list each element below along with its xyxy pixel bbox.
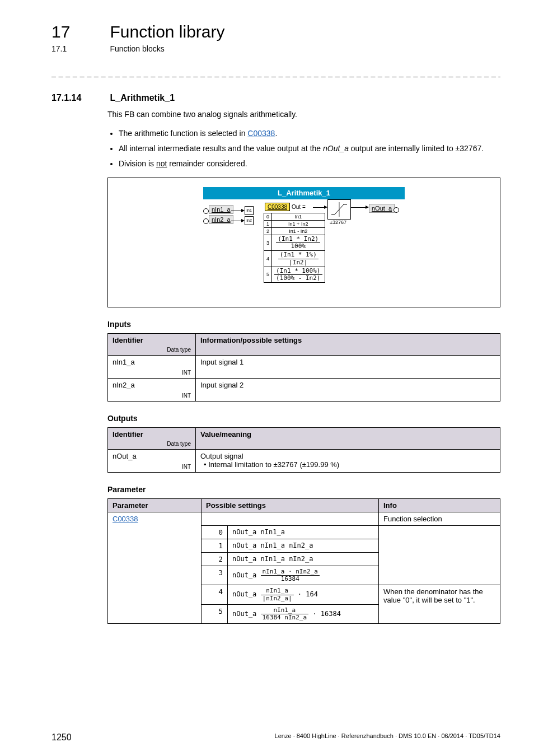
section-header: 17.1 Function blocks [51, 44, 500, 54]
table-row: nIn2_aINT Input signal 2 [108, 379, 500, 402]
bullet-2: All internal intermediate results and th… [119, 143, 500, 155]
param-formula: nOut_a nIn1_a16384 nIn2_a · 16384 [228, 604, 379, 623]
pin-label-out: nOut_a [369, 204, 395, 213]
inputs-heading: Inputs [107, 320, 500, 329]
function-options-table: 0In11In1 + In22In1 - In23(In1 * In2)100%… [264, 213, 325, 283]
section-title: Function blocks [110, 44, 164, 53]
param-opt-num: 2 [202, 553, 228, 566]
param-formula: nOut_a nIn1_a|nIn2_a| · 164 [228, 585, 379, 604]
table-row: nIn1_aINT Input signal 1 [108, 356, 500, 379]
output-info: Output signal • Internal limitation to ±… [196, 450, 500, 473]
input-type: INT [113, 393, 191, 399]
separator-line: _ _ _ _ _ _ _ _ _ _ _ _ _ _ _ _ _ _ _ _ … [51, 68, 500, 77]
inputs-table: Identifier Data type Information/possibl… [107, 333, 500, 402]
input-info: Input signal 2 [196, 379, 500, 402]
body-content: This FB can combine two analog signals a… [107, 109, 500, 624]
bullet-1: The arithmetic function is selected in C… [119, 128, 500, 139]
limiter-block [327, 199, 351, 220]
input-id: nIn1_a [113, 358, 135, 366]
param-opt-num: 0 [202, 526, 228, 539]
param-code-box[interactable]: C00338 [265, 203, 290, 211]
in2-box: In2 [245, 216, 254, 225]
link-c00338-b[interactable]: C00338 [113, 515, 138, 523]
pin-label-in1: nIn1_a [209, 205, 233, 214]
outputs-header-value: Value/meaning [196, 428, 500, 450]
param-formula: nOut_a nIn1_a · nIn2_a16384 [228, 566, 379, 585]
param-opt-num: 1 [202, 539, 228, 553]
subsection-title: L_Arithmetik_1 [110, 93, 175, 103]
wire-to-limiter [313, 207, 325, 208]
output-type: INT [113, 464, 191, 470]
input-info: Input signal 1 [196, 356, 500, 379]
intro-bullets: The arithmetic function is selected in C… [107, 128, 500, 170]
table-row: nOut_aINT Output signal • Internal limit… [108, 450, 500, 473]
link-c00338-a[interactable]: C00338 [247, 129, 275, 138]
pin-ring-in1 [203, 208, 209, 214]
underline-not: not [156, 159, 167, 168]
pin-ring-out [394, 207, 399, 213]
outputs-heading: Outputs [107, 414, 500, 423]
outputs-table: Identifier Data type Value/meaning nOut_… [107, 427, 500, 473]
italic-nout: nOut_a [323, 144, 349, 153]
pin-ring-in2 [203, 218, 209, 224]
out-equals: Out = [292, 204, 306, 210]
section-number: 17.1 [51, 44, 107, 53]
inputs-header-identifier: Identifier Data type [108, 334, 196, 356]
param-formula: nOut_a nIn1_a nIn2_a [228, 553, 379, 566]
intro-paragraph: This FB can combine two analog signals a… [107, 109, 500, 120]
subsection-number: 17.1.14 [51, 93, 107, 103]
input-type: INT [113, 370, 191, 376]
page: 17 Function library 17.1 Function blocks… [0, 0, 534, 756]
param-opt-num: 4 [202, 585, 228, 604]
chapter-header: 17 Function library [51, 22, 500, 41]
limiter-label: ±32767 [330, 220, 346, 225]
chapter-number: 17 [51, 22, 107, 41]
table-row: C00338 Function selection [108, 512, 500, 526]
block-diagram: L_Arithmetik_1 nIn1_a In1 nIn2_a In2 C00… [107, 178, 500, 307]
inputs-header-info: Information/possible settings [196, 334, 500, 356]
page-footer: 1250 Lenze · 8400 HighLine · Referenzhan… [51, 732, 500, 743]
wire-in1 [231, 211, 242, 211]
param-opt-num: 5 [202, 604, 228, 623]
param-opt-num: 3 [202, 566, 228, 585]
param-link-cell: C00338 [108, 512, 202, 624]
block-title-bar: L_Arithmetik_1 [203, 187, 405, 199]
param-formula: nOut_a nIn1_a nIn2_a [228, 539, 379, 553]
param-empty-settings [202, 512, 379, 526]
parameter-heading: Parameter [107, 485, 500, 494]
param-formula: nOut_a nIn1_a [228, 526, 379, 539]
page-number: 1250 [51, 732, 72, 743]
pin-label-in2: nIn2_a [209, 215, 233, 224]
wire-out [351, 207, 367, 208]
param-header-info: Info [379, 499, 500, 512]
param-header-param: Parameter [108, 499, 202, 512]
param-info-top: Function selection [379, 512, 500, 526]
limiter-icon [330, 202, 348, 217]
bullet-3: Division is not remainder considered. [119, 158, 500, 170]
param-header-settings: Possible settings [202, 499, 379, 512]
chapter-title: Function library [110, 22, 224, 41]
parameter-table: Parameter Possible settings Info C00338 … [107, 498, 500, 624]
outputs-header-identifier: Identifier Data type [108, 428, 196, 450]
param-info-note: When the denominator has the value "0", … [379, 585, 500, 623]
doc-info: Lenze · 8400 HighLine · Referenzhandbuch… [275, 732, 500, 743]
subsection-heading: 17.1.14 L_Arithmetik_1 [51, 93, 500, 103]
input-id: nIn2_a [113, 381, 135, 389]
wire-in2 [231, 221, 242, 221]
block-body: nIn1_a In1 nIn2_a In2 C00338 Out = 0In11… [203, 202, 405, 296]
param-info-empty [379, 526, 500, 585]
in1-box: In1 [245, 206, 254, 215]
output-id: nOut_a [113, 452, 137, 460]
